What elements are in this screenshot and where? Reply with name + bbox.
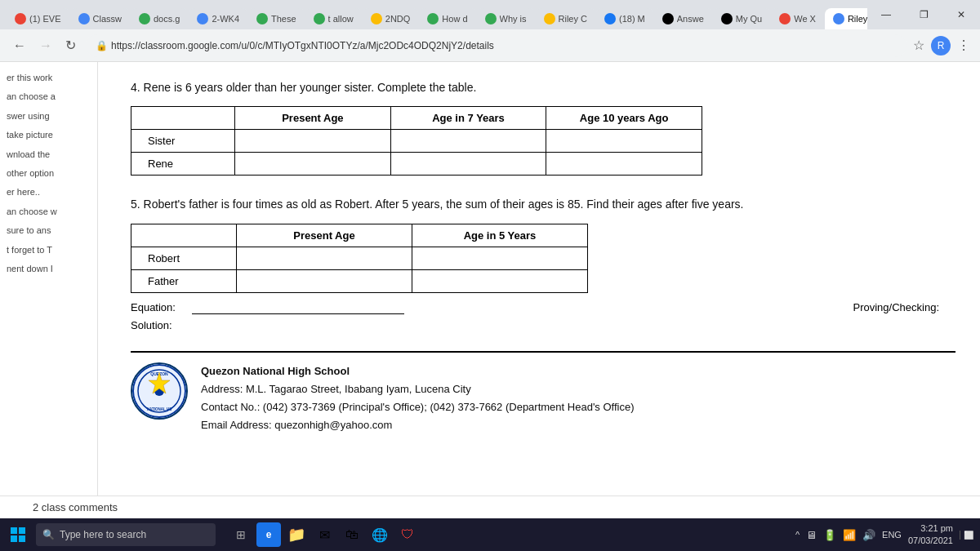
p4-row-rene: Rene <box>131 153 235 176</box>
content-area: 4. Rene is 6 years older than her younge… <box>98 62 980 495</box>
store-icon[interactable]: 🛍 <box>340 522 364 547</box>
notification-icon: 🖥 <box>806 529 817 541</box>
browser-tab-t11[interactable]: (18) M <box>596 8 653 29</box>
p5-header-5years: Age in 5 Years <box>412 224 588 247</box>
problem4-text: 4. Rene is 6 years older than her younge… <box>131 78 956 96</box>
tab-label: We X <box>794 14 816 24</box>
p4-rene-present <box>235 153 391 176</box>
browser-tab-t7[interactable]: 2NDQ <box>363 8 419 29</box>
tab-favicon <box>721 13 733 24</box>
p5-row-robert: Robert <box>131 247 237 269</box>
taskbar-apps: ⊞ e 📁 ✉ 🛍 🌐 🛡 <box>229 522 420 547</box>
school-address: Address: M.L. Tagarao Street, Ibabang Iy… <box>201 380 635 398</box>
comments-count: 2 class comments <box>33 501 947 513</box>
browser-tab-t5[interactable]: These <box>248 8 305 29</box>
sidebar-item-5: other option <box>7 167 91 180</box>
search-icon: 🔍 <box>42 529 55 540</box>
browser-tab-t4[interactable]: 2-WK4 <box>189 8 247 29</box>
svg-rect-6 <box>11 527 17 534</box>
close-button[interactable]: ✕ <box>942 0 980 29</box>
p4-header-present: Present Age <box>235 107 391 130</box>
problem5-table: Present Age Age in 5 Years Robert <box>131 224 588 293</box>
p5-father-5years <box>412 269 588 292</box>
minimize-button[interactable]: — <box>867 0 905 29</box>
footer-info: Quezon National High School Address: M.L… <box>201 362 635 434</box>
browser-tab-t8[interactable]: How d <box>419 8 475 29</box>
forward-button[interactable]: → <box>36 37 56 55</box>
antivirus-icon[interactable]: 🛡 <box>395 522 420 547</box>
taskbar-search[interactable]: 🔍 Type here to search <box>36 523 216 546</box>
chevron-up-icon[interactable]: ^ <box>795 530 800 540</box>
p4-header-0 <box>131 107 235 130</box>
browser-tab-t12[interactable]: Answe <box>654 8 712 29</box>
bookmark-icon[interactable]: ☆ <box>913 38 924 53</box>
svg-rect-8 <box>11 535 17 542</box>
menu-icon[interactable]: ⋮ <box>957 38 970 53</box>
school-email: Email Address: quezonhigh@yahoo.com <box>201 416 635 434</box>
task-view-button[interactable]: ⊞ <box>229 522 253 547</box>
back-button[interactable]: ← <box>10 37 29 55</box>
profile-icon[interactable]: R <box>931 36 951 56</box>
explorer-icon[interactable]: 📁 <box>284 522 309 547</box>
address-bar[interactable]: 🔒 https://classroom.google.com/u/0/c/MTI… <box>86 34 906 57</box>
browser-tab-t9[interactable]: Why is <box>477 8 535 29</box>
browser-tab-t10[interactable]: Riley C <box>536 8 595 29</box>
browser-tab-t6[interactable]: t allow <box>305 8 362 29</box>
p5-header-0 <box>131 224 237 247</box>
tab-label: My Qu <box>736 14 762 24</box>
tab-favicon <box>197 13 208 24</box>
wifi-icon: 📶 <box>843 529 856 541</box>
lock-icon: 🔒 <box>96 40 108 51</box>
browser-tab-t15[interactable]: Riley C× <box>825 8 867 29</box>
taskbar: 🔍 Type here to search ⊞ e 📁 ✉ 🛍 🌐 🛡 ^ 🖥 … <box>0 518 980 551</box>
sidebar-item-0: er this work <box>7 72 91 84</box>
tab-favicon <box>604 13 616 24</box>
tab-favicon <box>779 13 791 24</box>
problem4-table: Present Age Age in 7 Years Age 10 years … <box>131 106 702 176</box>
browser-tab-t13[interactable]: My Qu <box>713 8 770 29</box>
p4-row-sister: Sister <box>131 130 235 153</box>
p4-rene-7years <box>390 153 546 176</box>
time-display: 3:21 pm <box>908 522 953 535</box>
tab-favicon <box>15 13 26 24</box>
tab-label: (1) EVE <box>29 14 61 24</box>
volume-icon: 🔊 <box>862 529 875 541</box>
browser-tab-t2[interactable]: Classw <box>70 8 130 29</box>
tab-favicon <box>256 13 268 24</box>
edge-icon[interactable]: e <box>256 522 281 547</box>
tab-label: 2-WK4 <box>212 14 239 24</box>
tab-favicon <box>485 13 497 24</box>
date-display: 07/03/2021 <box>908 535 953 547</box>
p5-robert-present <box>237 247 412 269</box>
restore-button[interactable]: ❐ <box>905 0 942 29</box>
solution-label: Solution: <box>131 319 172 331</box>
mail-icon[interactable]: ✉ <box>312 522 336 547</box>
tab-label: Answe <box>677 14 704 24</box>
show-desktop-button[interactable]: ⬜ <box>960 531 973 540</box>
chrome-icon[interactable]: 🌐 <box>368 522 392 547</box>
url-text: https://classroom.google.com/u/0/c/MTIyO… <box>111 40 494 51</box>
browser-tab-t3[interactable]: docs.g <box>131 8 188 29</box>
tab-favicon <box>544 13 555 24</box>
equation-label: Equation: <box>131 301 176 313</box>
tab-label: 2NDQ <box>385 14 411 24</box>
refresh-button[interactable]: ↻ <box>62 36 79 55</box>
equation-row: Equation: <box>131 301 853 314</box>
solution-row: Solution: <box>131 319 853 331</box>
proving-label: Proving/Checking: <box>853 301 940 313</box>
tab-label: How d <box>442 14 467 24</box>
p4-sister-7years <box>390 130 546 153</box>
tab-favicon <box>833 13 844 24</box>
browser-tab-t1[interactable]: (1) EVE <box>7 8 69 29</box>
sidebar-item-3: take picture <box>7 129 91 141</box>
sidebar-item-2: swer using <box>7 110 91 122</box>
school-logo: QUEZON NATIONAL HS <box>131 362 188 420</box>
lang-label: ENG <box>882 530 902 540</box>
tab-label: docs.g <box>154 14 180 24</box>
tab-label: (18) M <box>619 14 645 24</box>
browser-tab-t14[interactable]: We X <box>771 8 824 29</box>
tab-favicon <box>314 13 325 24</box>
sidebar: er this workan choose aswer usingtake pi… <box>0 62 98 495</box>
sidebar-item-11: nent down I <box>7 263 91 275</box>
start-button[interactable] <box>7 523 29 546</box>
